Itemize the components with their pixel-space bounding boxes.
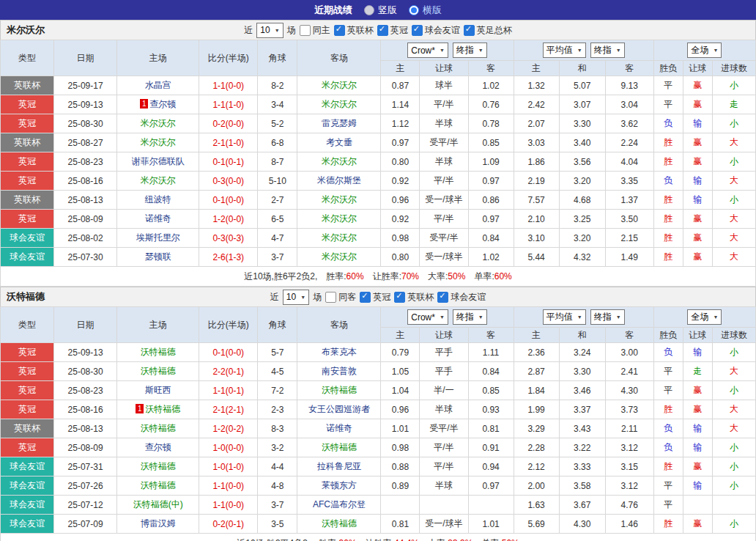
away-team-name[interactable]: 米尔沃尔 bbox=[322, 80, 357, 90]
league-filter-checkbox[interactable]: 球会友谊 bbox=[437, 291, 486, 303]
league-type-cell: 英冠 bbox=[1, 362, 54, 381]
corner-score: 8-3 bbox=[258, 419, 297, 438]
home-team-name[interactable]: 博雷汉姆 bbox=[141, 518, 176, 529]
home-team-name[interactable]: 埃斯托里尔 bbox=[136, 232, 180, 243]
away-team-name[interactable]: 布莱克本 bbox=[322, 347, 357, 357]
league-filter-checkbox[interactable]: 英联杯 bbox=[334, 24, 374, 37]
layout-vertical-radio[interactable]: 竖版 bbox=[364, 4, 397, 17]
league-badge: 英冠 bbox=[1, 381, 53, 400]
full-match-select[interactable]: 全场▼ bbox=[687, 309, 722, 325]
match-date: 25-08-13 bbox=[54, 419, 117, 438]
summary-prefix: 近10场,胜3平4负3, bbox=[237, 538, 310, 541]
home-team-name[interactable]: 诺维奇 bbox=[145, 213, 171, 224]
handicap-line: 受平/半 bbox=[420, 419, 468, 438]
away-team-name[interactable]: 南安普敦 bbox=[322, 366, 357, 376]
home-team-name[interactable]: 沃特福德 bbox=[141, 461, 176, 471]
match-count-select[interactable]: 10▼ bbox=[256, 23, 283, 38]
corner-score: 4-4 bbox=[258, 457, 297, 476]
odds-final-select[interactable]: 终指▼ bbox=[453, 309, 487, 325]
outcome-result: 胜 bbox=[653, 515, 683, 534]
layout-horizontal-radio[interactable]: 横版 bbox=[409, 4, 442, 17]
match-count-select[interactable]: 10▼ bbox=[283, 290, 309, 305]
sub-col-header: 进球数 bbox=[712, 328, 755, 343]
home-team-name[interactable]: 米尔沃尔 bbox=[141, 175, 176, 185]
home-team-name[interactable]: 查尔顿 bbox=[149, 99, 176, 109]
away-team-name[interactable]: AFC温布尔登 bbox=[313, 499, 366, 509]
league-badge: 英冠 bbox=[1, 438, 53, 457]
odds-provider-select[interactable]: Crow*▼ bbox=[407, 309, 448, 325]
away-team-name[interactable]: 米尔沃尔 bbox=[322, 194, 357, 205]
home-team-name[interactable]: 沃特福德(中) bbox=[133, 499, 183, 509]
match-date: 25-09-13 bbox=[54, 95, 117, 114]
goals-result: 大 bbox=[712, 400, 755, 419]
avg-provider-select[interactable]: 平均值▼ bbox=[543, 43, 586, 58]
league-filter-checkbox[interactable]: 英冠 bbox=[377, 24, 408, 37]
home-team-name[interactable]: 斯旺西 bbox=[145, 385, 171, 395]
same-venue-checkbox[interactable]: 同客 bbox=[325, 291, 356, 303]
away-team-name[interactable]: 米尔沃尔 bbox=[322, 251, 357, 262]
match-score: 1-1(0-0) bbox=[199, 76, 258, 95]
handicap-odds-home bbox=[381, 496, 420, 515]
home-team-name[interactable]: 沃特福德 bbox=[141, 347, 176, 357]
away-team-name[interactable]: 沃特福德 bbox=[322, 518, 357, 529]
league-filter-checkbox[interactable]: 英联杯 bbox=[394, 291, 434, 303]
home-team-name[interactable]: 查尔顿 bbox=[145, 442, 171, 452]
odds-final-select[interactable]: 终指▼ bbox=[453, 43, 487, 58]
away-team-name[interactable]: 莱顿东方 bbox=[322, 480, 357, 490]
away-team-name[interactable]: 米尔沃尔 bbox=[322, 232, 357, 243]
home-team-name[interactable]: 谢菲尔德联队 bbox=[132, 156, 185, 166]
handicap-odds-header-group: Crow*▼终指▼ bbox=[381, 307, 514, 328]
away-team-name[interactable]: 沃特福德 bbox=[322, 442, 357, 452]
avg-final-select[interactable]: 终指▼ bbox=[590, 309, 625, 325]
away-team-name[interactable]: 米尔沃尔 bbox=[322, 213, 357, 224]
home-team-name[interactable]: 水晶宫 bbox=[145, 80, 171, 90]
avg-odds-draw: 3.56 bbox=[559, 152, 605, 172]
handicap-odds-home: 1.05 bbox=[381, 362, 420, 381]
match-score: 1-1(1-0) bbox=[199, 95, 258, 114]
handicap-odds-away: 0.94 bbox=[468, 457, 514, 476]
home-team-name[interactable]: 沃特福德 bbox=[141, 480, 176, 490]
home-team-name[interactable]: 沃特福德 bbox=[141, 423, 176, 433]
home-team-name[interactable]: 米尔沃尔 bbox=[141, 137, 176, 147]
avg-odds-draw: 3.40 bbox=[559, 133, 605, 152]
home-team-name[interactable]: 瑟顿联 bbox=[145, 251, 171, 262]
league-filter-checkbox[interactable]: 英足总杯 bbox=[464, 24, 512, 37]
away-team-name[interactable]: 米尔沃尔 bbox=[322, 99, 357, 109]
away-team-name[interactable]: 米尔沃尔 bbox=[322, 156, 357, 166]
avg-provider-select[interactable]: 平均值▼ bbox=[543, 309, 586, 325]
away-team-name[interactable]: 米德尔斯堡 bbox=[317, 175, 361, 185]
full-match-select[interactable]: 全场▼ bbox=[687, 43, 722, 58]
away-team-cell: AFC温布尔登 bbox=[297, 496, 381, 515]
away-team-name[interactable]: 拉科鲁尼亚 bbox=[317, 461, 361, 471]
col-header: 角球 bbox=[258, 40, 297, 76]
red-card-count: 1 bbox=[136, 404, 144, 413]
away-team-name[interactable]: 考文垂 bbox=[326, 137, 352, 147]
home-team-name[interactable]: 米尔沃尔 bbox=[141, 118, 176, 128]
home-team-name[interactable]: 沃特福德 bbox=[141, 366, 176, 376]
checkbox-checked-icon bbox=[360, 292, 371, 303]
same-venue-checkbox[interactable]: 同主 bbox=[300, 24, 330, 37]
away-team-name[interactable]: 诺维奇 bbox=[326, 423, 352, 433]
league-filter-checkbox[interactable]: 英冠 bbox=[360, 291, 390, 303]
home-team-name[interactable]: 沃特福德 bbox=[145, 404, 180, 414]
match-date: 25-07-26 bbox=[54, 476, 117, 496]
odds-provider-select[interactable]: Crow*▼ bbox=[407, 43, 448, 58]
topbar: 近期战绩 竖版 横版 bbox=[0, 0, 756, 20]
handicap-line bbox=[420, 496, 468, 515]
avg-final-select[interactable]: 终指▼ bbox=[590, 43, 625, 58]
home-team-cell: 1沃特福德 bbox=[117, 400, 199, 419]
sub-col-header: 主 bbox=[381, 61, 420, 76]
checkbox-checked-icon bbox=[464, 25, 475, 36]
away-team-name[interactable]: 沃特福德 bbox=[322, 385, 357, 395]
away-team-name[interactable]: 女王公园巡游者 bbox=[308, 404, 370, 414]
away-team-name[interactable]: 雷克瑟姆 bbox=[322, 118, 357, 128]
away-team-cell: 沃特福德 bbox=[297, 381, 381, 400]
outcome-result: 胜 bbox=[653, 400, 683, 419]
home-team-name[interactable]: 纽波特 bbox=[145, 194, 171, 205]
corner-score: 3-5 bbox=[258, 515, 297, 534]
handicap-odds-away: 1.02 bbox=[468, 76, 514, 95]
league-filter-checkbox[interactable]: 球会友谊 bbox=[412, 24, 460, 37]
sub-col-header: 让球 bbox=[420, 61, 468, 76]
checkbox-icon bbox=[300, 25, 311, 36]
odds-provider-select-value: Crow* bbox=[411, 312, 435, 323]
